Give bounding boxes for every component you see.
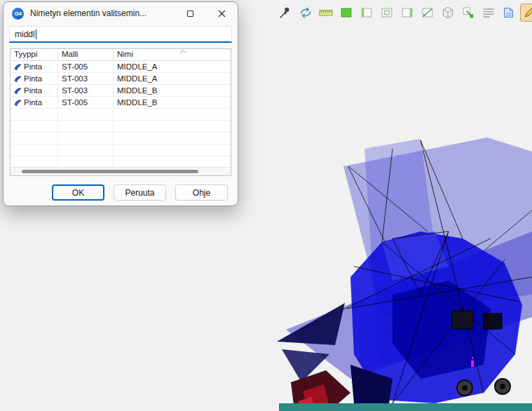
cancel-button[interactable]: Peruuta — [114, 184, 166, 201]
table-row[interactable]: Pinta ST-003 MIDDLE_B — [11, 85, 231, 97]
column-header-nimi[interactable]: Nimi — [114, 49, 231, 60]
solid-box-icon[interactable] — [439, 4, 456, 22]
empty-row — [11, 121, 231, 133]
dialog-titlebar[interactable]: G4 Nimetyn elementin valitsemin... — [4, 2, 238, 25]
cell-text: Pinta — [24, 86, 42, 95]
cell-malli: ST-005 — [58, 61, 114, 72]
surface-icon — [14, 99, 22, 107]
empty-row — [11, 144, 231, 156]
app-icon: G4 — [12, 8, 24, 20]
cell-malli: ST-005 — [58, 97, 114, 108]
table-row[interactable]: Pinta ST-005 MIDDLE_A — [11, 61, 231, 73]
ok-button[interactable]: OK — [52, 184, 104, 201]
cell-nimi: MIDDLE_B — [114, 97, 231, 108]
cell-malli: ST-003 — [58, 73, 114, 84]
plane-right-green-icon[interactable] — [398, 4, 416, 22]
column-header-malli[interactable]: Malli — [58, 49, 114, 60]
plane-left-green-icon[interactable] — [357, 4, 375, 22]
close-icon — [218, 10, 226, 18]
dialog-buttons: OK Peruuta Ohje — [4, 176, 238, 201]
cell-text: Pinta — [24, 62, 42, 71]
active-tool-icon[interactable] — [520, 4, 532, 22]
text-caret — [36, 29, 36, 39]
rotate-view-icon[interactable] — [296, 4, 314, 22]
cell-nimi: MIDDLE_A — [114, 61, 231, 72]
filter-input[interactable]: middl — [9, 26, 232, 43]
table-header[interactable]: Tyyppi Malli Nimi — [11, 49, 231, 61]
maximize-icon — [187, 11, 193, 17]
green-plane-icon[interactable] — [337, 4, 355, 22]
scrollbar-thumb[interactable] — [22, 170, 198, 173]
help-button[interactable]: Ohje — [175, 184, 228, 201]
layers-icon[interactable] — [500, 4, 517, 22]
cell-nimi: MIDDLE_B — [114, 85, 231, 96]
cell-tyyppi: Pinta — [11, 85, 58, 96]
element-table[interactable]: Tyyppi Malli Nimi Pinta ST-005 MIDDLE_A — [10, 48, 231, 176]
cell-tyyppi: Pinta — [11, 73, 58, 84]
cell-nimi: MIDDLE_A — [114, 73, 231, 84]
workplane-icon[interactable] — [378, 4, 395, 22]
empty-row — [11, 133, 231, 144]
surface-icon — [14, 87, 22, 95]
table-row[interactable]: Pinta ST-005 MIDDLE_B — [11, 97, 231, 109]
box-arrow-icon[interactable] — [459, 4, 477, 22]
close-button[interactable] — [206, 3, 238, 25]
maximize-button[interactable] — [175, 3, 206, 25]
surface-icon — [14, 63, 22, 71]
sort-ascending-icon — [179, 49, 187, 54]
named-element-dialog: G4 Nimetyn elementin valitsemin... middl… — [3, 1, 238, 206]
application-window: G4 Nimetyn elementin valitsemin... middl… — [0, 0, 532, 411]
cell-tyyppi: Pinta — [11, 97, 58, 108]
list-icon[interactable] — [479, 4, 497, 22]
surface-icon — [14, 75, 22, 83]
cell-text: Pinta — [24, 98, 42, 107]
cell-text: Pinta — [24, 74, 42, 83]
ground-strip — [279, 403, 532, 411]
cell-malli: ST-003 — [58, 85, 114, 96]
filter-value: middl — [15, 29, 35, 39]
pin-icon[interactable] — [276, 4, 294, 22]
horizontal-scrollbar[interactable] — [11, 167, 231, 175]
dialog-title: Nimetyn elementin valitsemin... — [30, 8, 175, 18]
cell-tyyppi: Pinta — [11, 61, 58, 72]
grid-plane-icon[interactable] — [418, 4, 436, 22]
model-left-wing — [277, 303, 345, 382]
empty-row — [11, 109, 231, 121]
ruler-icon[interactable] — [317, 4, 334, 22]
column-header-tyyppi[interactable]: Tyyppi — [11, 49, 58, 60]
snap-toolbar — [276, 4, 532, 22]
table-row[interactable]: Pinta ST-003 MIDDLE_A — [11, 73, 231, 85]
